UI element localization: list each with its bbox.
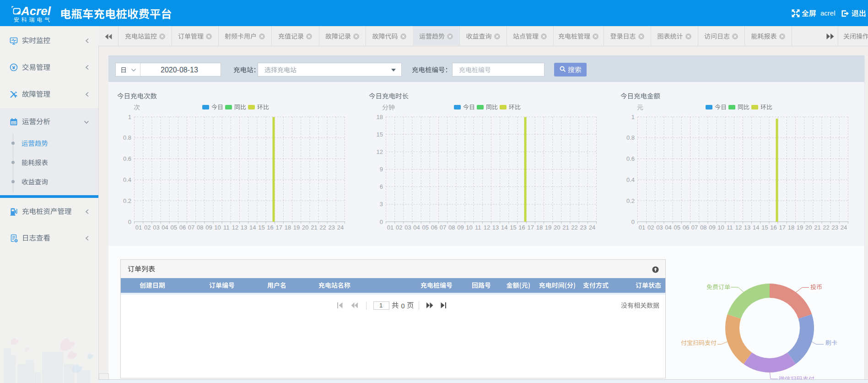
- svg-text:19: 19: [545, 224, 551, 231]
- svg-text:23: 23: [832, 224, 838, 231]
- svg-text:0.2: 0.2: [123, 197, 131, 204]
- svg-text:13: 13: [492, 224, 499, 231]
- svg-text:06: 06: [683, 224, 689, 231]
- svg-text:17: 17: [276, 224, 282, 231]
- svg-text:23: 23: [580, 224, 587, 231]
- svg-text:09: 09: [457, 224, 464, 231]
- svg-text:9: 9: [380, 166, 383, 173]
- svg-text:0.8: 0.8: [626, 134, 635, 141]
- svg-text:0.8: 0.8: [123, 134, 131, 141]
- svg-text:12: 12: [735, 224, 742, 231]
- svg-text:03: 03: [656, 224, 663, 231]
- svg-text:15: 15: [510, 224, 516, 231]
- svg-text:1: 1: [128, 114, 131, 120]
- svg-text:15: 15: [377, 131, 383, 138]
- svg-text:11: 11: [475, 224, 481, 231]
- svg-text:12: 12: [232, 224, 238, 231]
- svg-text:22: 22: [823, 224, 829, 231]
- svg-text:0: 0: [128, 219, 131, 225]
- svg-text:18: 18: [788, 224, 794, 231]
- svg-text:07: 07: [691, 224, 698, 231]
- svg-text:21: 21: [311, 224, 317, 231]
- svg-text:11: 11: [727, 224, 733, 231]
- svg-text:20: 20: [554, 224, 560, 231]
- svg-text:08: 08: [700, 224, 706, 231]
- svg-text:18: 18: [285, 224, 291, 231]
- svg-text:14: 14: [249, 224, 256, 231]
- svg-text:12: 12: [377, 148, 383, 155]
- svg-text:06: 06: [179, 224, 186, 231]
- svg-text:10: 10: [717, 224, 724, 231]
- svg-text:15: 15: [258, 224, 264, 231]
- svg-text:05: 05: [422, 224, 429, 231]
- svg-text:23: 23: [329, 224, 335, 231]
- svg-text:07: 07: [188, 224, 194, 231]
- svg-text:19: 19: [293, 224, 300, 231]
- svg-text:20: 20: [302, 224, 308, 231]
- svg-text:02: 02: [647, 224, 654, 231]
- svg-text:18: 18: [536, 224, 543, 231]
- svg-text:19: 19: [797, 224, 803, 231]
- svg-text:07: 07: [440, 224, 446, 231]
- svg-text:04: 04: [413, 224, 420, 231]
- svg-text:04: 04: [665, 224, 671, 231]
- svg-text:1: 1: [631, 114, 635, 120]
- svg-text:15: 15: [761, 224, 768, 231]
- svg-text:09: 09: [205, 224, 212, 231]
- svg-text:0.6: 0.6: [626, 155, 635, 162]
- svg-text:01: 01: [387, 224, 394, 231]
- svg-text:6: 6: [380, 183, 383, 190]
- svg-text:20: 20: [805, 224, 812, 231]
- svg-text:21: 21: [814, 224, 820, 231]
- svg-text:3: 3: [380, 201, 383, 208]
- svg-text:14: 14: [753, 224, 759, 231]
- svg-text:16: 16: [770, 224, 776, 231]
- svg-text:13: 13: [744, 224, 750, 231]
- svg-text:16: 16: [267, 224, 273, 231]
- svg-text:05: 05: [674, 224, 680, 231]
- svg-text:03: 03: [404, 224, 411, 231]
- svg-text:0.2: 0.2: [626, 197, 635, 204]
- svg-text:22: 22: [571, 224, 577, 231]
- svg-text:0.4: 0.4: [626, 176, 635, 183]
- svg-text:24: 24: [337, 224, 344, 231]
- svg-text:04: 04: [162, 224, 168, 231]
- svg-text:08: 08: [448, 224, 455, 231]
- svg-text:17: 17: [779, 224, 786, 231]
- svg-text:24: 24: [589, 224, 595, 231]
- svg-text:0: 0: [380, 219, 383, 225]
- svg-text:17: 17: [528, 224, 534, 231]
- svg-text:06: 06: [431, 224, 437, 231]
- svg-text:13: 13: [241, 224, 247, 231]
- svg-text:0.6: 0.6: [123, 155, 131, 162]
- svg-text:0: 0: [631, 219, 635, 225]
- svg-text:18: 18: [377, 114, 383, 120]
- svg-text:0.4: 0.4: [123, 176, 131, 183]
- svg-text:08: 08: [197, 224, 203, 231]
- svg-text:05: 05: [171, 224, 177, 231]
- svg-text:10: 10: [214, 224, 221, 231]
- svg-text:01: 01: [639, 224, 645, 231]
- svg-text:11: 11: [223, 224, 230, 231]
- svg-text:21: 21: [562, 224, 569, 231]
- svg-text:02: 02: [396, 224, 402, 231]
- svg-text:01: 01: [135, 224, 142, 231]
- svg-text:12: 12: [484, 224, 490, 231]
- svg-text:22: 22: [319, 224, 326, 231]
- svg-text:24: 24: [841, 224, 847, 231]
- svg-text:09: 09: [709, 224, 715, 231]
- svg-text:16: 16: [518, 224, 525, 231]
- svg-text:02: 02: [144, 224, 151, 231]
- svg-text:03: 03: [153, 224, 159, 231]
- svg-text:14: 14: [501, 224, 507, 231]
- svg-text:10: 10: [466, 224, 472, 231]
